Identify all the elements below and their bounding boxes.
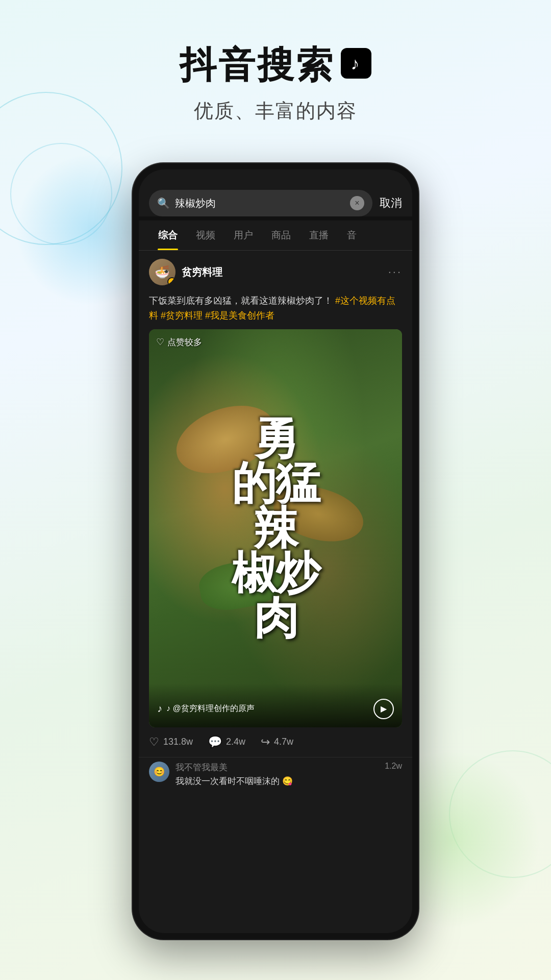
- commenter-avatar: 😊: [149, 762, 169, 782]
- post-menu-button[interactable]: ···: [388, 265, 402, 279]
- stat-likes[interactable]: ♡ 131.8w: [149, 736, 193, 749]
- tab-live[interactable]: 直播: [300, 220, 338, 250]
- commenter-name: 我不管我最美: [176, 762, 375, 773]
- post-description: 下饭菜到底有多凶猛，就看这道辣椒炒肉了！ #这个视频有点料 #贫穷料理 #我是美…: [139, 293, 412, 329]
- video-title-overlay: 勇的猛辣椒炒肉: [162, 416, 389, 641]
- heart-icon: ♡: [156, 336, 164, 348]
- app-header: 抖音搜索 优质、丰富的内容: [0, 0, 551, 144]
- audio-info[interactable]: ♪ ♪ @贫穷料理创作的原声: [157, 703, 255, 715]
- bg-decoration-circle-3: [449, 750, 551, 878]
- search-query-text: 辣椒炒肉: [175, 197, 345, 210]
- play-button[interactable]: ▶: [373, 699, 394, 719]
- tiktok-note-icon: ♪: [157, 703, 162, 715]
- search-icon: 🔍: [157, 197, 170, 209]
- tab-video[interactable]: 视频: [187, 220, 224, 250]
- comment-text: 我就没一次看时不咽唾沫的 😋: [176, 775, 375, 787]
- post-stats: ♡ 131.8w 💬 2.4w ↪ 4.7w: [139, 727, 412, 757]
- video-footer: ♪ ♪ @贫穷料理创作的原声 ▶: [149, 683, 402, 727]
- comment-stat-icon: 💬: [208, 736, 222, 749]
- stat-comments[interactable]: 💬 2.4w: [208, 736, 245, 749]
- audio-text: ♪ @贫穷料理创作的原声: [166, 703, 255, 714]
- likes-badge: ♡ 点赞较多: [156, 336, 202, 348]
- shares-count: 4.7w: [274, 737, 293, 747]
- clear-icon: ×: [355, 199, 359, 208]
- tab-comprehensive[interactable]: 综合: [149, 220, 187, 250]
- comment-likes-count: 1.2w: [382, 762, 402, 771]
- video-bg: 勇的猛辣椒炒肉: [149, 329, 402, 727]
- search-tabs: 综合 视频 用户 商品 直播 音: [139, 220, 412, 251]
- search-results: 🍜 ✓ 贫穷料理 ··· 下饭菜到底有多凶猛，就看这道辣椒炒肉了！ #这个视频有…: [139, 251, 412, 933]
- phone-frame: 🔍 辣椒炒肉 × 取消 综合 视频 用户: [133, 163, 418, 939]
- post-header: 🍜 ✓ 贫穷料理 ···: [139, 251, 412, 293]
- search-clear-button[interactable]: ×: [350, 196, 364, 210]
- share-stat-icon: ↪: [261, 736, 270, 749]
- search-input-wrap[interactable]: 🔍 辣椒炒肉 ×: [149, 190, 372, 216]
- phone-mockup: 🔍 辣椒炒肉 × 取消 综合 视频 用户: [133, 163, 418, 939]
- verified-badge: ✓: [167, 277, 176, 285]
- comments-count: 2.4w: [226, 737, 245, 747]
- app-title: 抖音搜索: [0, 41, 551, 90]
- search-cancel-button[interactable]: 取消: [380, 195, 402, 211]
- tab-product[interactable]: 商品: [262, 220, 300, 250]
- tiktok-logo-icon: [341, 48, 371, 79]
- phone-screen: 🔍 辣椒炒肉 × 取消 综合 视频 用户: [139, 169, 412, 933]
- avatar: 🍜 ✓: [149, 259, 176, 285]
- video-thumbnail[interactable]: 勇的猛辣椒炒肉 ♡ 点赞较多 ♪ ♪ @贫穷料理创作的原声: [149, 329, 402, 727]
- post-author[interactable]: 🍜 ✓ 贫穷料理: [149, 259, 222, 285]
- heart-stat-icon: ♡: [149, 736, 159, 749]
- stat-shares[interactable]: ↪ 4.7w: [261, 736, 293, 749]
- tab-audio[interactable]: 音: [338, 220, 366, 250]
- comment-item: 😊 我不管我最美 我就没一次看时不咽唾沫的 😋 1.2w: [139, 757, 412, 791]
- post-desc-text: 下饭菜到底有多凶猛，就看这道辣椒炒肉了！: [149, 296, 333, 306]
- comment-content: 我不管我最美 我就没一次看时不咽唾沫的 😋: [176, 762, 375, 787]
- likes-count: 131.8w: [163, 737, 193, 747]
- author-name: 贫穷料理: [182, 265, 222, 279]
- tab-user[interactable]: 用户: [224, 220, 262, 250]
- title-text: 抖音搜索: [180, 41, 335, 90]
- app-subtitle: 优质、丰富的内容: [0, 98, 551, 124]
- bg-decoration-circle-2: [10, 143, 112, 245]
- likes-badge-text: 点赞较多: [167, 336, 202, 348]
- search-bar-area: 🔍 辣椒炒肉 × 取消: [139, 169, 412, 216]
